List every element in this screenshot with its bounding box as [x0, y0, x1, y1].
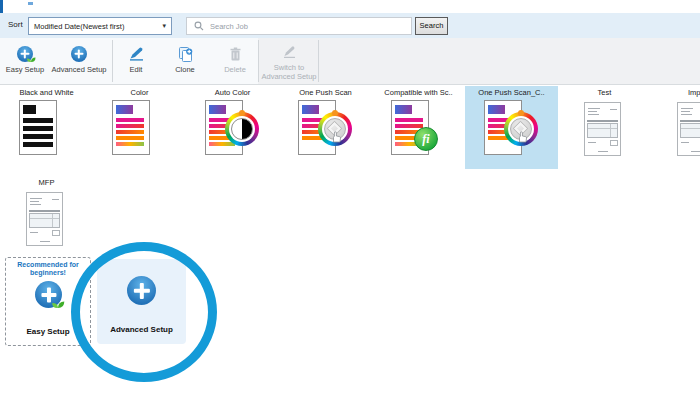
job-item-compatible[interactable]: Compatible with Sc.. fi: [372, 86, 465, 170]
clone-documents-icon: [177, 45, 194, 63]
one-push-scan-document-icon: [295, 99, 355, 157]
job-item-one-push-scan-copy[interactable]: One Push Scan_C..: [465, 86, 558, 170]
advanced-setup-tile[interactable]: Advanced Setup: [97, 259, 186, 344]
job-label: MFP: [0, 178, 93, 187]
delete-button[interactable]: Delete: [215, 38, 255, 84]
clone-button[interactable]: Clone: [165, 38, 205, 84]
toolbar-divider: [318, 40, 319, 82]
job-label: Black and White: [0, 88, 93, 97]
window-accent-bar: [0, 0, 3, 13]
job-label: Test: [558, 88, 651, 97]
search-button[interactable]: Search: [415, 17, 448, 35]
job-item-test[interactable]: Test: [558, 86, 651, 170]
edit-pencil-icon: [128, 45, 145, 63]
job-label: Impor: [651, 88, 700, 97]
job-item-color[interactable]: Color: [93, 86, 186, 170]
search-input[interactable]: [204, 19, 411, 33]
delete-button-label: Delete: [224, 66, 246, 75]
job-grid: Black and White Color Aut: [0, 86, 700, 266]
clone-button-label: Clone: [175, 66, 195, 75]
job-label: Compatible with Sc..: [372, 88, 465, 97]
edit-button-label: Edit: [130, 66, 143, 75]
fi-compatible-document-icon: fi: [388, 99, 448, 157]
plus-circle-sprout-icon: [17, 45, 33, 63]
toolbar-divider: [258, 40, 259, 82]
advanced-setup-button[interactable]: Advanced Setup: [50, 38, 108, 84]
toolbar-disabled-zone: [258, 38, 700, 84]
toolbar-divider: [112, 40, 113, 82]
job-item-mfp[interactable]: MFP: [0, 176, 93, 260]
one-push-scan-document-icon: [481, 99, 541, 157]
advanced-setup-button-label: Advanced Setup: [51, 66, 106, 75]
form-document-icon: [667, 99, 700, 157]
switch-pencil-icon: [282, 43, 297, 61]
sort-label: Sort: [8, 20, 23, 29]
job-label: Color: [93, 88, 186, 97]
sort-dropdown[interactable]: Modified Date(Newest first) ▾: [28, 17, 172, 35]
hand-pointer-icon: [516, 130, 529, 143]
job-item-import[interactable]: Impor: [651, 86, 700, 170]
window-titlebar-fragment: [28, 2, 33, 5]
easy-setup-tile[interactable]: Recommended for beginners! Easy Setup: [5, 257, 91, 346]
job-item-one-push-scan[interactable]: One Push Scan: [279, 86, 372, 170]
edit-button[interactable]: Edit: [116, 38, 156, 84]
switch-to-advanced-setup-label: Switch to Advanced Setup: [260, 64, 318, 81]
hand-pointer-icon: [330, 130, 343, 143]
trash-icon: [228, 45, 243, 63]
search-box[interactable]: [186, 17, 412, 35]
chevron-down-icon: ▾: [162, 22, 171, 30]
job-label: One Push Scan_C..: [465, 88, 558, 97]
easy-setup-button-label: Easy Setup: [6, 66, 44, 75]
recommended-note: Recommended for beginners!: [6, 261, 90, 277]
sort-dropdown-value: Modified Date(Newest first): [29, 22, 162, 31]
plus-circle-sprout-icon: [35, 281, 62, 308]
switch-to-advanced-setup-button[interactable]: Switch to Advanced Setup: [260, 38, 318, 84]
job-toolbar: Easy Setup Advanced Setup Edit: [0, 38, 700, 85]
plus-circle-icon: [127, 276, 156, 305]
plus-circle-icon: [71, 45, 87, 63]
easy-setup-tile-label: Easy Setup: [6, 327, 90, 336]
fi-logo-icon: fi: [414, 127, 438, 151]
job-label: One Push Scan: [279, 88, 372, 97]
easy-setup-button[interactable]: Easy Setup: [2, 38, 48, 84]
black-white-document-icon: [16, 99, 76, 157]
job-label: Auto Color: [186, 88, 279, 97]
sort-search-bar: Sort Modified Date(Newest first) ▾ Searc…: [0, 13, 700, 38]
advanced-setup-tile-label: Advanced Setup: [97, 325, 186, 334]
color-document-icon: [109, 99, 169, 157]
auto-color-document-icon: [202, 99, 262, 157]
window-title-strip: [0, 0, 700, 13]
form-document-icon: [16, 189, 76, 247]
job-item-auto-color[interactable]: Auto Color: [186, 86, 279, 170]
job-item-black-and-white[interactable]: Black and White: [0, 86, 93, 170]
search-icon: [194, 21, 204, 31]
form-document-icon: [574, 99, 634, 157]
